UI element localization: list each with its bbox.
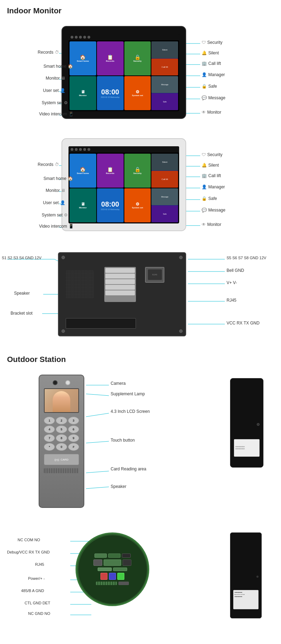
label-vplus-vminus: V+ V- xyxy=(227,280,237,285)
w-tile-security: 🔒Security xyxy=(124,154,151,188)
svg-line-40 xyxy=(86,413,109,417)
key-6[interactable]: 6 xyxy=(68,425,79,433)
label-bell-gnd: Bell GND xyxy=(227,268,244,273)
label-silent-r-1: 🔔Silent xyxy=(202,51,219,55)
label-silent-r-2: 🔔Silent xyxy=(202,163,219,168)
svg-line-42 xyxy=(86,471,109,473)
label-nc-com-no: NC COM NO xyxy=(18,538,40,542)
label-supplement-lamp: Supplement Lamp xyxy=(111,391,145,396)
label-touch-button: Touch button xyxy=(111,438,135,443)
tile-right-col: Silent Call lift xyxy=(151,41,178,75)
label-smarthome-2: Smart home🏠 xyxy=(44,176,73,181)
label-safe-r-2: 🔒Safe xyxy=(202,196,217,201)
label-calllift-r-1: 🏢Call lift xyxy=(202,61,221,66)
label-card-reading: Card Reading area xyxy=(111,467,146,471)
label-message-r-1: 💬Message xyxy=(202,95,226,100)
label-safe-r-1: 🔒Safe xyxy=(202,84,217,89)
tile-smarthome: 🏠 Smart home xyxy=(70,41,96,75)
card-reader: ((•))CARD xyxy=(44,454,79,465)
outdoor-device: 1 2 3 4 5 6 7 8 9 * 0 # ((•))CARD xyxy=(39,375,84,508)
label-rj45-back: RJ45 xyxy=(227,298,236,303)
tile-records: 📋 Records xyxy=(97,41,124,75)
keypad: 1 2 3 4 5 6 7 8 9 * 0 # xyxy=(44,417,79,451)
label-videointercom-2: Video intercom📱 xyxy=(39,224,74,229)
key-9[interactable]: 9 xyxy=(68,434,79,442)
label-manager-r-1: 👤Manager xyxy=(202,72,225,77)
label-bracket-slot: Bracket slot xyxy=(11,311,33,316)
key-1[interactable]: 1 xyxy=(44,417,55,424)
label-records-1: Records⏱ xyxy=(38,50,59,55)
key-star[interactable]: * xyxy=(44,443,55,451)
w-tile-intercom: Message Safe xyxy=(151,188,178,222)
pcb-right-panel: ■■■■■■■■■ ■ product info ■ ■■■■■■■■■ xyxy=(230,532,262,618)
key-hash[interactable]: # xyxy=(68,443,79,451)
tile-clock: 08:00 2023-02-15 Wednesday xyxy=(97,76,124,110)
key-7[interactable]: 7 xyxy=(44,434,55,442)
monitor-device-black: 🏠 Smart home 📋 Records 🔒 Security Silent… xyxy=(61,26,186,119)
label-lcd-screen: 4.3 Inch LCD Screen xyxy=(111,409,150,414)
w-tile-system: ⚙System set xyxy=(124,188,151,222)
label-s5s8: S5 S6 S7 S8 GND 12V xyxy=(227,256,266,260)
svg-line-41 xyxy=(86,441,109,443)
label-monitor-l-1: Monitor🖥 xyxy=(46,76,65,81)
svg-line-39 xyxy=(86,394,109,396)
key-0[interactable]: 0 xyxy=(56,443,67,451)
svg-line-43 xyxy=(86,487,109,489)
label-videointercom-1: Video intercom📱 xyxy=(39,112,74,116)
key-2[interactable]: 2 xyxy=(56,417,67,424)
label-monitor-l-2: Monitor🖥 xyxy=(46,188,65,193)
label-speaker-back: Speaker xyxy=(14,291,30,296)
label-message-r-2: 💬Message xyxy=(202,208,226,213)
label-vcc-rx-tx: VCC RX TX GND xyxy=(227,321,260,326)
label-records-2: Records⏱ xyxy=(38,162,59,167)
back-panel-device: RJ45 xyxy=(58,252,186,336)
label-power: Power/+ - xyxy=(28,576,45,581)
camera-lens xyxy=(53,380,58,385)
label-outdoor-speaker: Speaker xyxy=(111,484,126,489)
label-nc-gnd-no: NC GND NO xyxy=(28,611,50,616)
tile-system: ⚙ System set xyxy=(124,76,151,110)
label-security-r-1: 🛡Security xyxy=(202,40,222,45)
w-tile-right: Silent Call lift xyxy=(151,154,178,188)
key-4[interactable]: 4 xyxy=(44,425,55,433)
key-8[interactable]: 8 xyxy=(56,434,67,442)
label-manager-r-2: 👤Manager xyxy=(202,185,225,189)
label-security-r-2: 🛡Security xyxy=(202,152,222,157)
label-systemset-1: System set⚙ xyxy=(42,100,68,105)
label-monitor-r-1: 👁Monitor xyxy=(202,110,221,115)
lcd-screen xyxy=(44,388,79,413)
key-3[interactable]: 3 xyxy=(68,417,79,424)
outdoor-section-title: Outdoor Station xyxy=(0,349,281,368)
label-485: 485/B A GND xyxy=(21,589,44,593)
label-userset-2: User set👤 xyxy=(43,200,65,205)
label-userset-1: User set👤 xyxy=(43,88,65,93)
label-debug-vcc: Debug/VCC RX TX GND xyxy=(7,550,50,554)
label-calllift-r-2: 🏢Call lift xyxy=(202,173,221,178)
page-title: Indoor Monitor xyxy=(0,0,281,19)
w-tile-records: 📋Records xyxy=(97,154,124,188)
label-smarthome-1: Smart home🏠 xyxy=(44,64,73,69)
supplement-lamp xyxy=(65,380,70,385)
tile-monitor: 🖥 Monitor xyxy=(70,76,96,110)
outdoor-speaker xyxy=(44,468,79,473)
tile-intercom: Message Safe xyxy=(151,76,178,110)
label-ctl-gnd: CTL GND DET xyxy=(25,601,50,605)
outdoor-black-panel: XXXXXXXXXX XXXXXXXXXX xyxy=(230,378,263,468)
tile-security: 🔒 Security xyxy=(124,41,151,75)
label-camera: Camera xyxy=(111,381,126,386)
w-tile-smarthome: 🏠Smart home xyxy=(70,154,96,188)
pcb-board xyxy=(76,532,149,606)
label-monitor-r-2: 👁Monitor xyxy=(202,222,221,227)
w-tile-monitor: 🖥Monitor xyxy=(70,188,96,222)
key-5[interactable]: 5 xyxy=(56,425,67,433)
monitor-device-white: 🏠Smart home 📋Records 🔒Security Silent Ca… xyxy=(61,138,186,231)
label-s1s4: S1 S2 S3 S4 GND 12V xyxy=(2,256,41,260)
label-systemset-2: System set⚙ xyxy=(42,213,68,217)
label-rj45-pcb: RJ45 xyxy=(35,562,44,566)
w-tile-clock: 08:00 2023-02-15 Wednesday xyxy=(97,188,124,222)
